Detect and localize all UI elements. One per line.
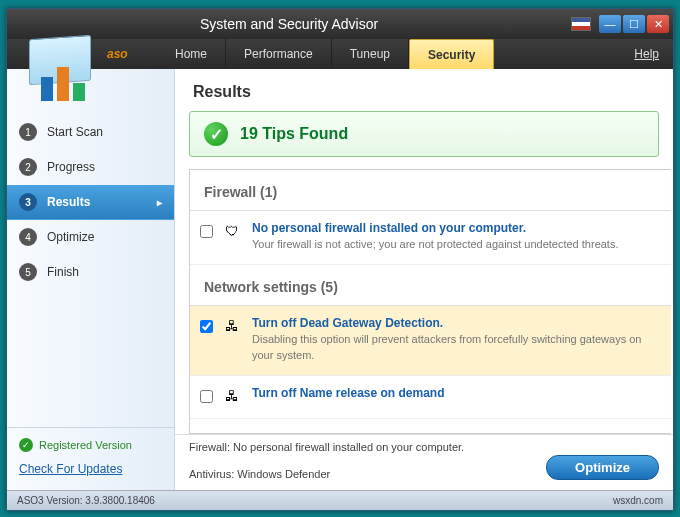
statusbar: ASO3 Version: 3.9.3800.18406 wsxdn.com bbox=[7, 490, 673, 510]
sidebar-step-finish[interactable]: 5Finish bbox=[7, 255, 174, 290]
network-icon: 🖧 bbox=[222, 316, 242, 336]
item-checkbox[interactable] bbox=[200, 320, 213, 333]
footer-antivirus-line: Antivirus: Windows Defender bbox=[189, 468, 330, 480]
item-desc: Your firewall is not active; you are not… bbox=[252, 237, 659, 252]
sidebar-step-optimize[interactable]: 4Optimize bbox=[7, 220, 174, 255]
window-buttons: — ☐ ✕ bbox=[599, 15, 673, 33]
language-flag-icon[interactable] bbox=[571, 17, 591, 31]
success-check-icon: ✓ bbox=[204, 122, 228, 146]
item-desc: Disabling this option will prevent attac… bbox=[252, 332, 659, 363]
tab-security[interactable]: Security bbox=[409, 39, 494, 69]
step-label: Start Scan bbox=[47, 125, 103, 139]
section-head-firewall: Firewall (1) bbox=[190, 170, 671, 211]
sidebar-step-start-scan[interactable]: 1Start Scan bbox=[7, 115, 174, 150]
close-button[interactable]: ✕ bbox=[647, 15, 669, 33]
titlebar: System and Security Advisor — ☐ ✕ bbox=[7, 9, 673, 39]
check-icon: ✓ bbox=[19, 438, 33, 452]
step-number-icon: 1 bbox=[19, 123, 37, 141]
tab-tuneup[interactable]: Tuneup bbox=[332, 39, 409, 69]
status-right: wsxdn.com bbox=[613, 495, 663, 506]
result-item[interactable]: 🛡No personal firewall installed on your … bbox=[190, 211, 671, 265]
minimize-button[interactable]: — bbox=[599, 15, 621, 33]
section-head-network-settings: Network settings (5) bbox=[190, 265, 671, 306]
footer: Firewall: No personal firewall installed… bbox=[175, 434, 673, 490]
main-panel: Results ✓ 19 Tips Found Firewall (1)🛡No … bbox=[175, 69, 673, 490]
item-checkbox[interactable] bbox=[200, 390, 213, 403]
tab-performance[interactable]: Performance bbox=[226, 39, 332, 69]
item-title: Turn off Dead Gateway Detection. bbox=[252, 316, 659, 330]
brand-logo-text: aso bbox=[107, 47, 128, 61]
version-text: ASO3 Version: 3.9.3800.18406 bbox=[17, 495, 155, 506]
sidebar: 1Start Scan2Progress3Results▸4Optimize5F… bbox=[7, 69, 175, 490]
optimize-button[interactable]: Optimize bbox=[546, 455, 659, 480]
step-label: Optimize bbox=[47, 230, 94, 244]
maximize-button[interactable]: ☐ bbox=[623, 15, 645, 33]
step-number-icon: 2 bbox=[19, 158, 37, 176]
registered-status: ✓ Registered Version bbox=[19, 438, 162, 452]
step-label: Progress bbox=[47, 160, 95, 174]
sidebar-step-results[interactable]: 3Results▸ bbox=[7, 185, 174, 220]
network-icon: 🖧 bbox=[222, 386, 242, 406]
step-number-icon: 5 bbox=[19, 263, 37, 281]
item-body: Turn off Dead Gateway Detection.Disablin… bbox=[252, 316, 659, 363]
window-title: System and Security Advisor bbox=[7, 16, 571, 32]
results-heading: Results bbox=[175, 69, 673, 111]
step-label: Finish bbox=[47, 265, 79, 279]
step-number-icon: 3 bbox=[19, 193, 37, 211]
registered-label: Registered Version bbox=[39, 439, 132, 451]
sidebar-footer: ✓ Registered Version Check For Updates bbox=[7, 427, 174, 490]
app-window: System and Security Advisor — ☐ ✕ aso Ho… bbox=[6, 8, 674, 511]
item-checkbox[interactable] bbox=[200, 225, 213, 238]
result-item[interactable]: 🖧Turn off Dead Gateway Detection.Disabli… bbox=[190, 306, 671, 376]
tips-summary-box: ✓ 19 Tips Found bbox=[189, 111, 659, 157]
tab-home[interactable]: Home bbox=[157, 39, 226, 69]
check-updates-link[interactable]: Check For Updates bbox=[19, 462, 162, 476]
chevron-right-icon: ▸ bbox=[157, 197, 162, 208]
result-item[interactable]: 🖧Turn off Name release on demand bbox=[190, 376, 671, 419]
item-body: No personal firewall installed on your c… bbox=[252, 221, 659, 252]
tips-found-text: 19 Tips Found bbox=[240, 125, 348, 143]
item-body: Turn off Name release on demand bbox=[252, 386, 659, 406]
item-title: Turn off Name release on demand bbox=[252, 386, 659, 400]
results-list[interactable]: Firewall (1)🛡No personal firewall instal… bbox=[189, 169, 671, 434]
step-number-icon: 4 bbox=[19, 228, 37, 246]
help-menu[interactable]: Help bbox=[620, 39, 673, 69]
footer-firewall-line: Firewall: No personal firewall installed… bbox=[189, 441, 659, 453]
body: 1Start Scan2Progress3Results▸4Optimize5F… bbox=[7, 69, 673, 490]
step-label: Results bbox=[47, 195, 90, 209]
item-title: No personal firewall installed on your c… bbox=[252, 221, 659, 235]
shield-icon: 🛡 bbox=[222, 221, 242, 241]
sidebar-step-progress[interactable]: 2Progress bbox=[7, 150, 174, 185]
app-logo-icon bbox=[21, 37, 99, 105]
